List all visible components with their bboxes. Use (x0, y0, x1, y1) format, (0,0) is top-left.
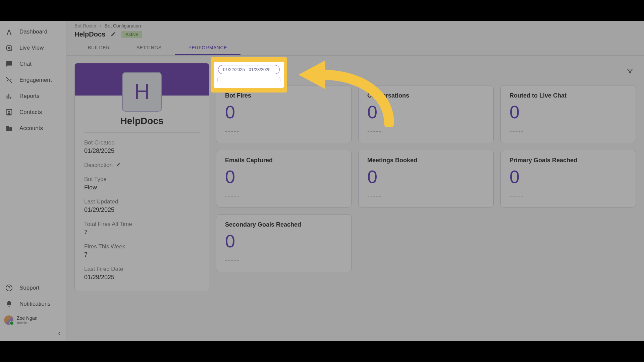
field-total-fires: Total Fires All Time 7 (84, 221, 200, 236)
field-label: Description (84, 162, 113, 169)
reports-icon (5, 92, 13, 101)
status-badge: Active (121, 31, 142, 38)
letterbox-top (0, 0, 644, 21)
field-last-fired: Last Fired Date 01/29/2025 (84, 266, 200, 281)
avatar (4, 315, 13, 325)
accounts-icon (5, 124, 13, 133)
chat-icon (5, 60, 13, 68)
metric-value: 0 (225, 232, 342, 251)
metric-title: Primary Goals Reached (509, 157, 627, 164)
metrics-row-2: Emails Captured 0 ----- Meetings Booked … (216, 150, 636, 208)
metric-title: Meetings Booked (367, 157, 485, 164)
sidebar-item-chat[interactable]: Chat (0, 56, 66, 72)
sidebar-item-label: Support (19, 285, 40, 291)
sidebar-item-accounts[interactable]: Accounts (0, 120, 66, 136)
tab-performance[interactable]: PERFORMANCE (175, 42, 241, 55)
app-frame: Dashboard Live View Chat Engagement Repo… (0, 21, 644, 341)
support-icon (5, 284, 13, 292)
contacts-icon (5, 108, 13, 117)
svg-rect-7 (10, 97, 11, 99)
metric-secondary-goals: Secondary Goals Reached 0 ----- (216, 214, 352, 272)
svg-rect-5 (7, 96, 8, 99)
sidebar-item-support[interactable]: Support (0, 280, 66, 296)
metric-routed-live-chat: Routed to Live Chat 0 ----- (500, 85, 636, 143)
sidebar-item-liveview[interactable]: Live View (0, 40, 66, 56)
svg-point-4 (11, 82, 12, 83)
metric-title: Routed to Live Chat (509, 92, 627, 99)
edit-title-button[interactable] (111, 31, 116, 38)
sidebar-item-label: Chat (19, 61, 32, 67)
svg-point-9 (8, 111, 10, 113)
bot-card-body: HelpDocs Bot Created 01/28/2025 Descript… (75, 96, 209, 291)
sidebar-item-notifications[interactable]: Notifications (0, 296, 66, 312)
chevron-left-icon: ‹ (58, 330, 60, 336)
field-value: 01/29/2025 (84, 206, 200, 214)
field-value: 7 (84, 229, 200, 236)
pencil-icon (116, 162, 121, 167)
title-bar: HelpDocs Active (66, 29, 644, 42)
edit-description-button[interactable] (116, 162, 121, 169)
field-value: 7 (84, 251, 200, 258)
breadcrumb-sep: / (100, 23, 101, 28)
metric-meetings-booked: Meetings Booked 0 ----- (358, 150, 494, 208)
metrics-column: Bot Fires 0 ----- Conversations 0 ----- … (216, 63, 636, 272)
field-value: Flow (84, 184, 200, 191)
user-profile[interactable]: Zoe Ngan Admin (0, 312, 66, 328)
letterbox-bottom (0, 341, 644, 362)
metric-trend: ----- (509, 128, 627, 135)
svg-rect-11 (9, 127, 12, 131)
field-fires-week: Fires This Week 7 (84, 243, 200, 258)
metrics-row-1: Bot Fires 0 ----- Conversations 0 ----- … (216, 85, 636, 143)
metric-trend: ----- (367, 192, 485, 200)
metric-value: 0 (367, 167, 485, 186)
breadcrumb-root[interactable]: Bot Roster (74, 23, 97, 28)
metric-trend: ----- (367, 128, 485, 135)
tab-settings[interactable]: SETTINGS (123, 42, 175, 55)
sidebar-item-label: Accounts (19, 125, 43, 132)
field-type: Bot Type Flow (84, 176, 200, 191)
metric-value: 0 (225, 167, 342, 186)
field-description: Description (84, 162, 200, 169)
tab-builder[interactable]: BUILDER (74, 42, 123, 55)
logo-icon (5, 27, 13, 36)
metrics-row-3: Secondary Goals Reached 0 ----- (216, 214, 636, 272)
bot-name: HelpDocs (84, 116, 200, 126)
metric-title: Conversations (367, 92, 485, 99)
metric-title: Emails Captured (225, 157, 342, 164)
metric-value: 0 (367, 103, 485, 122)
sidebar-item-dashboard[interactable]: Dashboard (0, 24, 66, 40)
field-created: Bot Created 01/28/2025 (84, 139, 200, 155)
metric-value: 0 (509, 103, 627, 122)
filter-button[interactable] (627, 68, 633, 76)
divider (84, 132, 200, 133)
tabs: BUILDER SETTINGS PERFORMANCE (66, 42, 644, 56)
metric-bot-fires: Bot Fires 0 ----- (216, 85, 352, 143)
metric-emails-captured: Emails Captured 0 ----- (216, 150, 352, 208)
field-label: Total Fires All Time (84, 221, 200, 228)
metric-trend: ----- (225, 257, 342, 264)
page-title: HelpDocs (74, 31, 105, 38)
metric-trend: ----- (225, 192, 342, 200)
bot-avatar: H (122, 72, 162, 112)
sidebar-item-engagement[interactable]: Engagement (0, 72, 66, 88)
metric-conversations: Conversations 0 ----- (358, 85, 494, 143)
main: Bot Roster / Bot Configuration HelpDocs … (66, 21, 644, 341)
svg-point-13 (9, 290, 9, 290)
bot-avatar-letter: H (134, 79, 150, 104)
user-role: Admin (17, 321, 37, 325)
metric-title: Secondary Goals Reached (225, 221, 342, 228)
field-label: Fires This Week (84, 243, 200, 250)
sidebar-item-contacts[interactable]: Contacts (0, 104, 66, 120)
engagement-icon (5, 76, 13, 84)
user-name: Zoe Ngan (17, 315, 37, 321)
svg-point-3 (6, 77, 7, 78)
filter-icon (627, 68, 633, 74)
field-value: 01/29/2025 (84, 274, 200, 281)
sidebar-item-label: Live View (19, 45, 44, 51)
pencil-icon (111, 31, 116, 37)
sidebar-item-reports[interactable]: Reports (0, 88, 66, 104)
metric-primary-goals: Primary Goals Reached 0 ----- (500, 150, 636, 208)
sidebar-collapse-button[interactable]: ‹ (0, 328, 66, 339)
field-label: Bot Created (84, 139, 200, 146)
field-label: Last Fired Date (84, 266, 200, 273)
